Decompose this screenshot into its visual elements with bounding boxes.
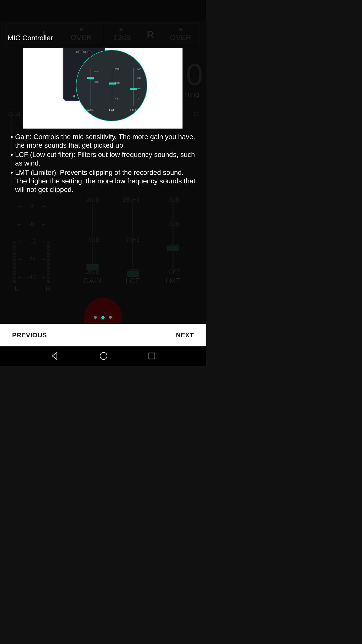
previous-button[interactable]: PREVIOUS [12,331,47,339]
android-nav-bar [0,346,206,366]
overlay-title: MIC Controller [8,34,53,42]
bullet-lcf: LCF (Low cut filter): Filters out low fr… [11,150,197,168]
svg-point-0 [100,352,107,359]
pager-dots [0,316,206,319]
back-icon[interactable] [50,351,59,361]
phone-back-icon [72,94,75,99]
pager-dot-2[interactable] [109,316,112,319]
illus-lcf-slider: 150Hz 75Hz OFF LCF [103,68,121,113]
illus-gain-slider: 0dB 0dB GAIN [82,68,100,113]
tutorial-nav-bar: PREVIOUS NEXT [0,324,206,346]
bullet-lmt: LMT (Limiter): Prevents clipping of the … [11,168,197,194]
tutorial-description: Gain: Controls the mic sensitivity. The … [11,133,197,195]
home-icon[interactable] [99,352,108,361]
pager-dot-1[interactable] [101,316,105,319]
recents-icon[interactable] [148,352,156,361]
bullet-gain: Gain: Controls the mic sensitivity. The … [11,133,197,150]
pager-dot-0[interactable] [94,316,97,319]
illus-lmt-slider: -6dB -3dB 0dB OFF LMT [125,68,142,113]
next-button[interactable]: NEXT [176,331,194,339]
svg-rect-1 [149,353,155,359]
tutorial-illustration: 00:00.00 0dB 0dB GAIN 150Hz 75Hz OFF LCF… [23,48,183,129]
magnifier-circle-icon: 0dB 0dB GAIN 150Hz 75Hz OFF LCF -6dB -3d… [76,50,147,121]
